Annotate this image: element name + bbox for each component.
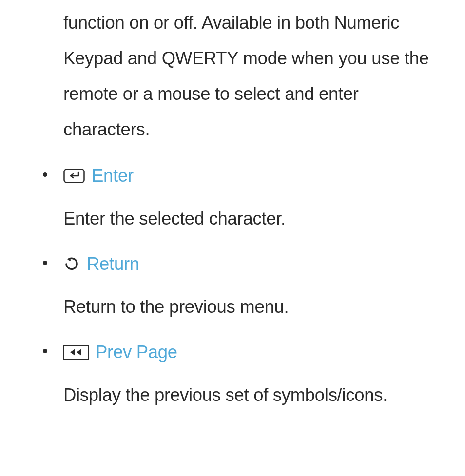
item-description: Display the previous set of symbols/icon… bbox=[63, 377, 446, 413]
return-icon bbox=[63, 256, 80, 272]
item-header: Enter bbox=[63, 166, 446, 186]
list-item-prev-page: Prev Page Display the previous set of sy… bbox=[63, 342, 446, 413]
item-label: Return bbox=[87, 254, 139, 274]
enter-icon bbox=[63, 169, 85, 183]
item-description: Return to the previous menu. bbox=[63, 289, 446, 324]
list-item-return: Return Return to the previous menu. bbox=[63, 254, 446, 324]
item-header: Prev Page bbox=[63, 342, 446, 362]
intro-paragraph: function on or off. Available in both Nu… bbox=[63, 5, 446, 147]
bullet-icon bbox=[43, 349, 47, 353]
prev-page-icon bbox=[63, 345, 89, 360]
item-header: Return bbox=[63, 254, 446, 274]
item-label: Prev Page bbox=[96, 342, 177, 362]
document-content: function on or off. Available in both Nu… bbox=[0, 0, 465, 413]
bullet-icon bbox=[43, 261, 47, 265]
list-item-enter: Enter Enter the selected character. bbox=[63, 166, 446, 236]
bullet-icon bbox=[43, 172, 47, 177]
item-description: Enter the selected character. bbox=[63, 201, 446, 236]
item-label: Enter bbox=[92, 166, 134, 186]
svg-rect-1 bbox=[64, 345, 88, 359]
